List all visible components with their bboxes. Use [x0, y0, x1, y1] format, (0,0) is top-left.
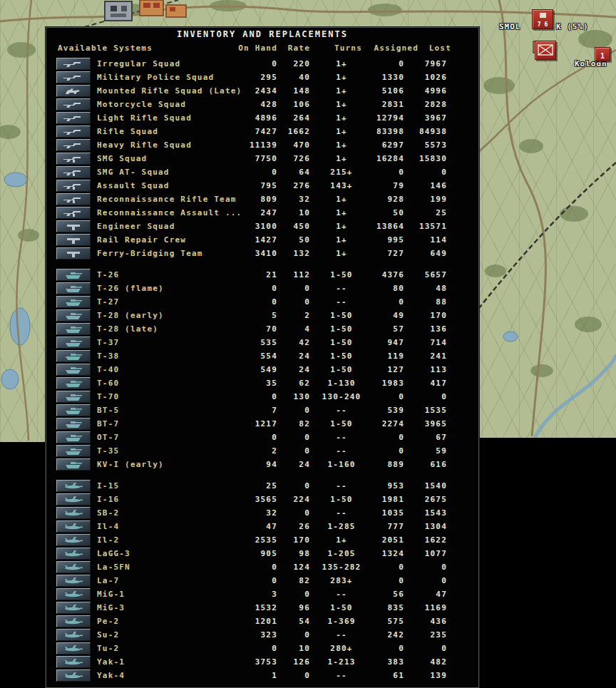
turns-value: --: [310, 630, 373, 640]
system-icon-button[interactable]: [56, 85, 91, 97]
infantry-x-symbol: [535, 41, 555, 59]
system-icon-button[interactable]: [56, 431, 91, 443]
system-icon-button[interactable]: [56, 548, 91, 560]
system-icon-button[interactable]: [56, 269, 91, 281]
system-icon-button[interactable]: [56, 507, 91, 519]
assigned-value: 83398: [373, 127, 404, 136]
system-icon-button[interactable]: [56, 642, 91, 654]
system-name: T-60: [97, 379, 238, 388]
system-icon-button[interactable]: [56, 98, 91, 111]
turns-value: 1+: [310, 140, 373, 150]
system-name: Il-4: [97, 522, 238, 531]
plane-icon: [63, 672, 84, 680]
system-icon-button[interactable]: [56, 493, 91, 505]
lost-value: 3965: [404, 419, 447, 428]
system-icon-button[interactable]: [56, 418, 91, 430]
system-icon-button[interactable]: [56, 207, 91, 219]
unit-counter-small[interactable]: 1: [595, 47, 610, 61]
assigned-value: 2051: [373, 535, 404, 545]
on-hand-value: 0: [238, 297, 277, 307]
system-icon-button[interactable]: [56, 193, 91, 205]
header-on-hand: On Hand: [238, 43, 277, 53]
system-icon-button[interactable]: [56, 323, 91, 335]
lost-value: 114: [404, 235, 447, 245]
assigned-value: 57: [373, 324, 404, 334]
system-icon-button[interactable]: [56, 364, 91, 376]
system-icon-button[interactable]: [56, 445, 91, 457]
system-icon-button[interactable]: [56, 58, 91, 70]
system-icon-button[interactable]: [56, 112, 91, 124]
system-icon-button[interactable]: [56, 220, 91, 232]
lost-value: 649: [404, 249, 447, 258]
assigned-value: 79: [373, 181, 404, 190]
system-name: Military Police Squad: [97, 73, 238, 82]
on-hand-value: 549: [238, 365, 277, 374]
assigned-value: 127: [373, 365, 404, 374]
system-icon-button[interactable]: [56, 125, 91, 138]
dialog-title: INVENTORY AND REPLACEMENTS: [46, 28, 478, 41]
inventory-table: Irregular Squad 0 220 1+ 0 7967 Military…: [46, 57, 478, 682]
lost-value: 1304: [404, 522, 447, 531]
system-icon-button[interactable]: [56, 377, 91, 389]
system-icon-button[interactable]: [56, 71, 91, 83]
turns-value: 1-50: [310, 419, 373, 428]
rate-value: 4: [277, 324, 310, 334]
system-name: MiG-3: [97, 603, 238, 612]
system-icon-button[interactable]: [56, 615, 91, 627]
system-icon-button[interactable]: [56, 180, 91, 192]
on-hand-value: 3: [238, 590, 277, 599]
lost-value: 5657: [404, 270, 447, 279]
unit-counter-infantry[interactable]: [535, 41, 556, 60]
system-icon-button[interactable]: [56, 602, 91, 614]
tank-icon: [63, 325, 84, 334]
assigned-value: 242: [373, 630, 404, 640]
system-icon-button[interactable]: [56, 247, 91, 260]
turns-value: 1+: [310, 113, 373, 123]
system-icon-button[interactable]: [56, 588, 91, 600]
system-icon-button[interactable]: [56, 337, 91, 349]
system-icon-button[interactable]: [56, 166, 91, 178]
turns-value: 1+: [310, 235, 373, 245]
on-hand-value: 47: [238, 522, 277, 531]
tank-icon: [63, 339, 84, 347]
rate-value: 54: [277, 617, 310, 626]
lost-value: 13571: [404, 222, 447, 231]
system-icon-button[interactable]: [56, 629, 91, 641]
system-icon-button[interactable]: [56, 282, 91, 294]
unit-counter-smolensk[interactable]: 7 6: [532, 9, 553, 29]
turns-value: 1-50: [310, 324, 373, 334]
system-icon-button[interactable]: [56, 296, 91, 308]
system-icon-button[interactable]: [56, 669, 91, 682]
on-hand-value: 4896: [238, 113, 277, 123]
tank-icon: [63, 379, 84, 388]
smg-icon: [63, 195, 84, 204]
on-hand-value: 2434: [238, 86, 277, 96]
system-icon-button[interactable]: [56, 656, 91, 668]
table-row: Mounted Rifle Squad (Late) 2434 148 1+ 5…: [46, 84, 478, 98]
system-icon-button[interactable]: [56, 404, 91, 416]
system-icon-button[interactable]: [56, 480, 91, 492]
system-icon-button[interactable]: [56, 350, 91, 362]
system-icon-button[interactable]: [56, 458, 91, 471]
turns-value: 1+: [310, 249, 373, 258]
system-icon-button[interactable]: [56, 575, 91, 587]
header-turns: Turns: [334, 43, 362, 53]
tank-icon: [63, 271, 84, 279]
table-row: LaGG-3 905 98 1-205 1324 1077: [46, 547, 478, 560]
system-icon-button[interactable]: [56, 534, 91, 546]
turns-value: --: [310, 590, 373, 599]
system-icon-button[interactable]: [56, 139, 91, 151]
system-icon-button[interactable]: [56, 309, 91, 322]
system-icon-button[interactable]: [56, 234, 91, 246]
system-icon-button[interactable]: [56, 153, 91, 165]
turns-value: 130-240: [310, 392, 373, 401]
table-row: Su-2 323 0 -- 242 235: [46, 628, 478, 642]
table-row: OT-7 0 0 -- 0 67: [46, 431, 478, 444]
system-icon-button[interactable]: [56, 561, 91, 573]
system-icon-button[interactable]: [56, 520, 91, 533]
turns-value: 1+: [310, 208, 373, 217]
table-row: T-70 0 130 130-240 0 0: [46, 390, 478, 404]
turns-value: --: [310, 481, 373, 491]
on-hand-value: 32: [238, 508, 277, 518]
system-icon-button[interactable]: [56, 391, 91, 403]
